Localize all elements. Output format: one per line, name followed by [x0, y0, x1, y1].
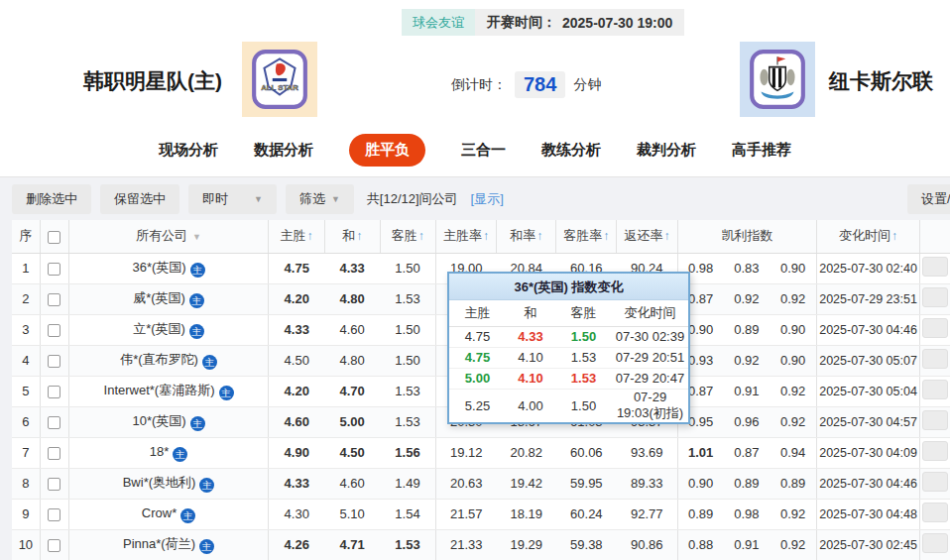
instant-dropdown[interactable]: 即时 ▼ [188, 184, 277, 214]
row-checkbox[interactable] [48, 416, 60, 429]
tab-裁判分析[interactable]: 裁判分析 [637, 141, 696, 160]
company-cell[interactable]: 10*(英国)主 [68, 406, 269, 437]
sort-up-icon[interactable]: ↑ [483, 229, 489, 243]
odds-home-cell[interactable]: 4.60 [269, 406, 324, 437]
odds-draw-cell[interactable]: 5.00 [324, 406, 380, 437]
odds-draw-cell[interactable]: 4.71 [324, 529, 380, 560]
odds-away-cell[interactable]: 1.49 [380, 468, 435, 499]
keep-selected-button[interactable]: 保留选中 [100, 184, 179, 214]
odds-home-cell[interactable]: 4.75 [269, 253, 324, 283]
odds-draw-cell[interactable]: 4.70 [324, 376, 380, 406]
company-cell[interactable]: Bwi*(奥地利)主 [68, 468, 269, 499]
sort-up-icon[interactable]: ↑ [891, 229, 897, 243]
odds-home-cell[interactable]: 4.20 [269, 376, 324, 406]
row-action-button[interactable] [922, 503, 948, 522]
odds-draw-cell[interactable]: 4.33 [324, 253, 380, 283]
company-name[interactable]: 威*(英国) [133, 290, 185, 305]
row-checkbox[interactable] [48, 324, 60, 337]
odds-draw-cell[interactable]: 4.80 [324, 345, 380, 376]
col-header-odds-draw[interactable]: 和↑ [324, 220, 380, 253]
row-action-button[interactable] [922, 257, 948, 277]
company-name[interactable]: 36*(英国) [132, 260, 185, 275]
col-header-odds-home[interactable]: 主胜↑ [269, 220, 324, 253]
col-header-select-all[interactable] [40, 220, 68, 253]
col-header-change-time[interactable]: 变化时间↑ [817, 220, 920, 253]
company-cell[interactable]: 36*(英国)主 [68, 253, 269, 283]
row-checkbox[interactable] [48, 508, 60, 521]
col-header-rate-home[interactable]: 主胜率↑ [435, 220, 496, 253]
company-name[interactable]: 立*(英国) [133, 321, 185, 336]
col-header-rate-draw[interactable]: 和率↑ [497, 220, 556, 253]
odds-home-cell[interactable]: 4.20 [269, 283, 324, 314]
row-action-button[interactable] [922, 472, 948, 492]
company-cell[interactable]: Pinna*(荷兰)主 [68, 529, 269, 560]
row-action-button[interactable] [922, 410, 948, 430]
company-name[interactable]: 10*(英国) [132, 413, 185, 428]
company-name[interactable]: Pinna*(荷兰) [123, 536, 195, 551]
sort-up-icon[interactable]: ↑ [307, 229, 313, 243]
row-checkbox[interactable] [48, 263, 60, 276]
row-action-button[interactable] [922, 380, 948, 399]
sort-up-icon[interactable]: ↑ [603, 229, 609, 243]
row-checkbox[interactable] [48, 478, 60, 491]
col-header-rate-away[interactable]: 客胜率↑ [556, 220, 617, 253]
row-action-button[interactable] [922, 441, 948, 461]
sort-up-icon[interactable]: ↑ [356, 229, 362, 243]
tab-三合一[interactable]: 三合一 [461, 141, 506, 160]
odds-draw-cell[interactable]: 4.50 [324, 437, 380, 468]
company-name[interactable]: Interwet*(塞浦路斯) [104, 383, 215, 397]
company-name[interactable]: 伟*(直布罗陀) [120, 352, 198, 367]
row-checkbox[interactable] [48, 355, 60, 368]
company-name[interactable]: Bwi*(奥地利) [123, 475, 196, 490]
odds-away-cell[interactable]: 1.50 [380, 253, 435, 283]
company-cell[interactable]: Interwet*(塞浦路斯)主 [68, 376, 269, 406]
odds-draw-cell[interactable]: 4.60 [324, 314, 380, 345]
filter-dropdown[interactable]: 筛选 ▼ [286, 184, 354, 214]
odds-draw-cell[interactable]: 4.60 [324, 468, 380, 499]
show-link[interactable]: [显示] [471, 190, 504, 208]
col-header-odds-away[interactable]: 客胜↑ [380, 220, 435, 253]
odds-home-cell[interactable]: 4.26 [269, 529, 324, 560]
odds-home-cell[interactable]: 4.90 [269, 437, 324, 468]
odds-away-cell[interactable]: 1.50 [380, 314, 435, 345]
col-header-company[interactable]: 所有公司▼ [68, 220, 269, 253]
row-action-button[interactable] [922, 349, 948, 369]
settings-select-button[interactable]: 设置/选择 [907, 184, 950, 214]
row-checkbox[interactable] [48, 293, 60, 306]
odds-away-cell[interactable]: 1.53 [380, 376, 435, 406]
tab-教练分析[interactable]: 教练分析 [541, 141, 601, 160]
odds-away-cell[interactable]: 1.53 [380, 529, 435, 560]
row-action-button[interactable] [922, 287, 948, 307]
company-name[interactable]: Crow* [142, 505, 177, 520]
odds-away-cell[interactable]: 1.53 [380, 283, 435, 314]
company-cell[interactable]: 18*主 [68, 437, 269, 468]
caret-down-icon[interactable]: ▼ [192, 232, 201, 242]
odds-home-cell[interactable]: 4.33 [269, 314, 324, 345]
odds-draw-cell[interactable]: 5.10 [324, 499, 380, 529]
row-checkbox[interactable] [48, 447, 60, 460]
company-cell[interactable]: 立*(英国)主 [68, 314, 269, 345]
sort-up-icon[interactable]: ↑ [418, 229, 424, 243]
sort-up-icon[interactable]: ↑ [536, 229, 542, 243]
tab-胜平负[interactable]: 胜平负 [349, 134, 425, 167]
odds-away-cell[interactable]: 1.56 [380, 437, 435, 468]
odds-away-cell[interactable]: 1.54 [380, 499, 435, 529]
tab-数据分析[interactable]: 数据分析 [254, 141, 313, 160]
company-cell[interactable]: 伟*(直布罗陀)主 [68, 345, 269, 376]
odds-home-cell[interactable]: 4.50 [269, 345, 324, 376]
row-checkbox[interactable] [48, 386, 60, 398]
company-cell[interactable]: 威*(英国)主 [68, 283, 269, 314]
row-action-button[interactable] [922, 318, 948, 338]
select-all-checkbox[interactable] [48, 231, 60, 244]
col-header-payout[interactable]: 返还率↑ [617, 220, 677, 253]
odds-home-cell[interactable]: 4.30 [269, 499, 324, 529]
sort-up-icon[interactable]: ↑ [663, 229, 669, 243]
odds-away-cell[interactable]: 1.53 [380, 406, 435, 437]
delete-selected-button[interactable]: 删除选中 [12, 184, 91, 214]
tab-高手推荐[interactable]: 高手推荐 [732, 141, 791, 160]
odds-draw-cell[interactable]: 4.80 [324, 283, 380, 314]
row-checkbox[interactable] [48, 539, 60, 552]
odds-away-cell[interactable]: 1.50 [380, 345, 435, 376]
company-cell[interactable]: Crow*主 [68, 499, 269, 529]
row-action-button[interactable] [922, 533, 948, 553]
